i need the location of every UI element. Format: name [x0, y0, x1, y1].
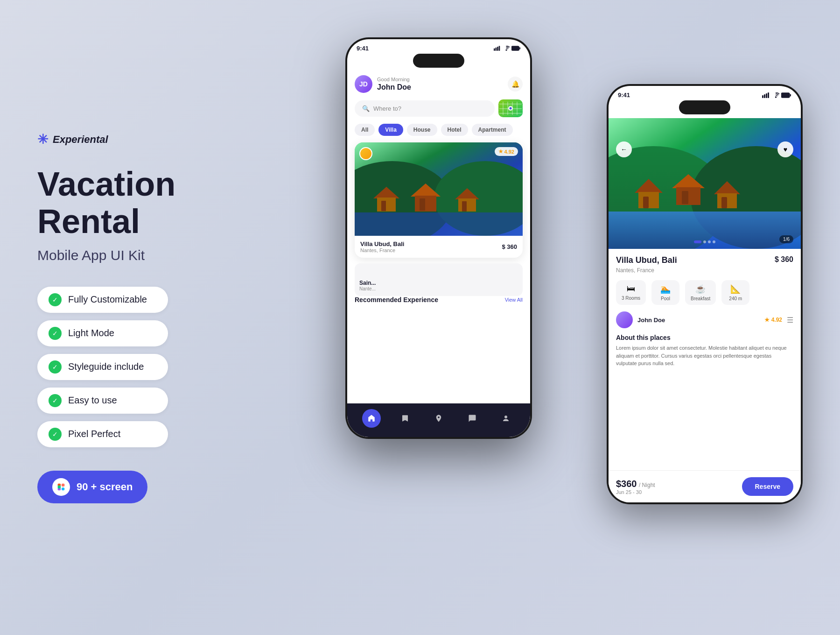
amenity-pool: 🏊 Pool: [651, 280, 679, 305]
status-time-front: 9:41: [357, 45, 369, 52]
reserve-price: $360: [616, 479, 637, 489]
svg-rect-28: [499, 46, 500, 51]
detail-property-name: Villa Ubud, Bali: [616, 255, 677, 265]
pill-villa[interactable]: Villa: [378, 124, 403, 136]
amenity-size: 📐 240 m: [721, 280, 749, 305]
pool-label: Pool: [661, 296, 670, 301]
feature-label: Styleguide include: [68, 361, 144, 372]
bottom-nav: [347, 403, 530, 437]
phone-detail: 9:41: [607, 84, 803, 504]
svg-rect-52: [458, 198, 476, 212]
feature-easy-to-use: ✓ Easy to use: [37, 388, 168, 414]
check-icon: ✓: [49, 293, 62, 306]
svg-rect-30: [511, 46, 519, 50]
pill-all[interactable]: All: [355, 124, 375, 136]
left-panel: ✳ Experiental Vacation Rental Mobile App…: [37, 132, 280, 503]
greeting-name: John Doe: [377, 83, 411, 92]
svg-rect-31: [519, 47, 520, 49]
svg-rect-5: [762, 95, 763, 98]
amenities-list: 🛏 3 Rooms 🏊 Pool ☕ Breakfast 📐 240 m: [616, 280, 793, 305]
svg-rect-46: [377, 198, 396, 212]
bell-icon[interactable]: 🔔: [508, 77, 523, 92]
subtitle: Mobile App UI Kit: [37, 247, 280, 263]
feature-styleguide: ✓ Styleguide include: [37, 354, 168, 380]
image-dots: [694, 240, 715, 243]
nav-bookmark[interactable]: [396, 409, 414, 428]
svg-rect-1: [62, 483, 64, 486]
pill-house[interactable]: House: [407, 124, 437, 136]
svg-rect-53: [462, 201, 467, 212]
svg-point-9: [776, 97, 777, 98]
status-time: 9:41: [618, 92, 630, 99]
screen-count-badge[interactable]: 90 + screen: [37, 471, 147, 503]
breakfast-label: Breakfast: [691, 296, 710, 301]
pill-apartment[interactable]: Apartment: [472, 124, 513, 136]
rooms-label: 3 Rooms: [622, 296, 640, 301]
svg-rect-11: [790, 94, 791, 96]
svg-rect-44: [355, 212, 523, 236]
nav-home[interactable]: [362, 409, 381, 428]
status-icons: [762, 92, 791, 98]
logo: ✳ Experiental: [37, 132, 280, 147]
reserve-unit: / Night: [639, 482, 655, 488]
svg-rect-50: [420, 198, 425, 211]
back-button[interactable]: ←: [616, 141, 632, 157]
check-icon: ✓: [49, 360, 62, 374]
svg-point-3: [62, 487, 64, 490]
nav-chat[interactable]: [463, 409, 482, 428]
logo-icon: ✳: [37, 132, 48, 147]
status-icons-front: [494, 46, 521, 51]
feature-label: Easy to use: [68, 395, 117, 406]
feature-fully-customizable: ✓ Fully Customizable: [37, 287, 168, 313]
card-info: Villa Ubud, Bali Nantes, France $ 360: [355, 236, 523, 258]
nav-location[interactable]: [429, 409, 448, 428]
greeting-text: Good Morning: [377, 77, 411, 83]
search-input[interactable]: 🔍 Where to?: [355, 100, 495, 117]
property-card-main[interactable]: ★ 4.92 Villa Ubud, Bali Nantes, France $…: [355, 142, 523, 258]
svg-rect-24: [721, 197, 727, 208]
svg-rect-10: [781, 93, 790, 98]
svg-rect-49: [415, 196, 436, 212]
card-partial-info: Sain... Nante...: [355, 263, 523, 296]
user-info: JD Good Morning John Doe: [355, 75, 411, 93]
feature-label: Light Mode: [68, 328, 114, 339]
reserve-bar: $360 / Night Jun 25 - 30 Reserve: [609, 470, 801, 502]
category-pills: All Villa House Hotel Apartment: [355, 124, 523, 136]
card-property-price: $ 360: [502, 243, 517, 250]
reserve-dates: Jun 25 - 30: [616, 489, 655, 495]
section-title: Recommended Experience: [355, 296, 438, 303]
svg-point-29: [506, 49, 507, 50]
phone-home-content: JD Good Morning John Doe 🔔 🔍 Where to?: [347, 71, 530, 432]
recommended-section-header: Recommended Experience View All: [355, 296, 523, 303]
feature-light-mode: ✓ Light Mode: [37, 320, 168, 346]
detail-hero-image: ← ♥ 1/6: [609, 118, 801, 249]
card-property-name: Villa Ubud, Bali: [360, 240, 404, 247]
phone-home: 9:41: [345, 37, 532, 439]
view-all-link[interactable]: View All: [505, 297, 523, 303]
image-counter: 1/6: [779, 235, 793, 243]
reviewer-avatar: [616, 311, 633, 328]
about-text: Lorem ipsum dolor sit amet consectetur. …: [616, 344, 793, 367]
pill-hotel[interactable]: Hotel: [441, 124, 468, 136]
svg-rect-8: [768, 92, 769, 98]
svg-rect-7: [766, 93, 767, 98]
svg-rect-18: [643, 197, 649, 208]
favorite-button[interactable]: ♥: [777, 141, 793, 157]
nav-profile[interactable]: [497, 409, 515, 428]
svg-point-40: [510, 107, 512, 110]
svg-rect-25: [494, 49, 495, 51]
main-title: Vacation Rental: [37, 166, 280, 240]
map-thumbnail[interactable]: [498, 99, 523, 117]
svg-rect-27: [497, 47, 498, 51]
feature-pixel-perfect: ✓ Pixel Perfect: [37, 421, 168, 447]
reserve-button[interactable]: Reserve: [742, 477, 794, 496]
user-avatar: JD: [355, 75, 372, 93]
size-label: 240 m: [729, 296, 742, 301]
about-title: About this places: [616, 334, 793, 341]
breakfast-icon: ☕: [695, 284, 706, 294]
rooms-icon: 🛏: [627, 284, 635, 294]
app-header: JD Good Morning John Doe 🔔: [355, 75, 523, 93]
figma-icon: [52, 478, 70, 496]
detail-content: Villa Ubud, Bali $ 360 Nantes, France 🛏 …: [609, 249, 801, 381]
logo-name: Experiental: [53, 134, 108, 146]
